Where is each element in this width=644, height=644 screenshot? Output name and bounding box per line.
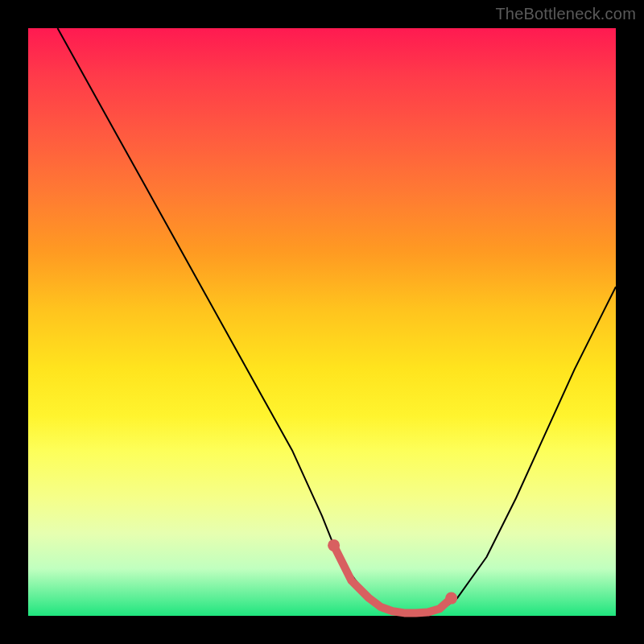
plot-svg xyxy=(28,28,616,616)
plot-group xyxy=(58,28,617,614)
watermark-text: TheBottleneck.com xyxy=(495,5,636,23)
highlight-line xyxy=(334,545,452,613)
curve-line xyxy=(58,28,617,614)
highlight-dot xyxy=(445,592,457,605)
chart-container: TheBottleneck.com xyxy=(0,0,644,644)
highlight-dot xyxy=(328,539,340,551)
